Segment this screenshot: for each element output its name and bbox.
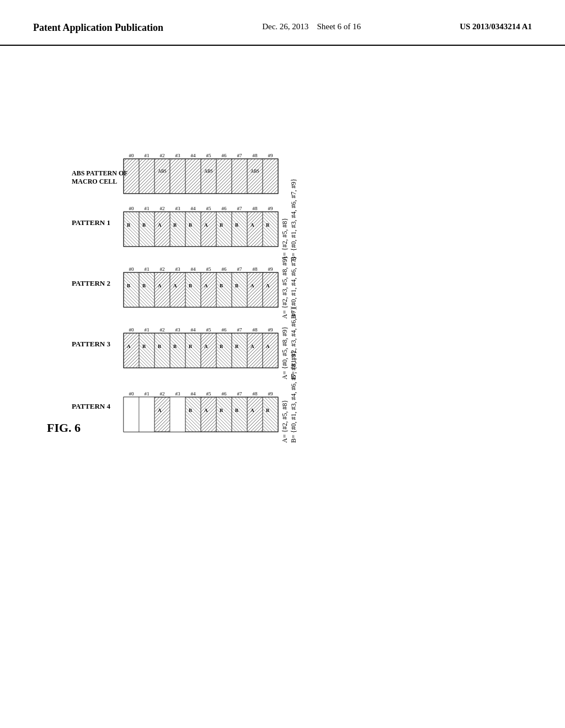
- p1-cells: B B A B B A B B: [124, 212, 278, 247]
- header-center: Dec. 26, 2013 Sheet 6 of 16: [262, 22, 361, 31]
- svg-rect-132: [154, 397, 170, 432]
- svg-text:#8: #8: [253, 153, 258, 158]
- svg-rect-37: [124, 212, 139, 247]
- svg-text:#0: #0: [129, 327, 135, 333]
- svg-text:#5: #5: [206, 266, 212, 272]
- svg-text:B: B: [189, 222, 192, 228]
- abs-label-line1: ABS PATTERN OF: [72, 169, 128, 177]
- svg-text:#7: #7: [237, 266, 243, 272]
- svg-text:#3: #3: [175, 391, 181, 397]
- svg-rect-20: [201, 159, 216, 194]
- svg-text:#8: #8: [253, 391, 258, 397]
- svg-text:B: B: [127, 222, 130, 228]
- svg-text:#5: #5: [206, 327, 212, 333]
- svg-text:#3: #3: [175, 327, 181, 333]
- svg-text:#7: #7: [237, 327, 243, 333]
- svg-text:#0: #0: [129, 153, 135, 158]
- svg-rect-16: [154, 159, 170, 194]
- svg-rect-130: [124, 397, 139, 432]
- svg-rect-84: [247, 272, 263, 307]
- svg-rect-101: [139, 333, 154, 368]
- svg-text:B: B: [189, 408, 192, 413]
- svg-text:#0: #0: [129, 266, 135, 272]
- svg-text:#8: #8: [253, 206, 258, 211]
- svg-rect-19: [185, 159, 201, 194]
- svg-text:#9: #9: [268, 153, 274, 158]
- svg-text:B: B: [235, 283, 238, 288]
- svg-text:#2: #2: [160, 153, 165, 158]
- svg-text:#2: #2: [160, 206, 165, 211]
- svg-rect-18: [170, 159, 185, 194]
- svg-rect-43: [170, 212, 185, 247]
- svg-text:#6: #6: [222, 391, 227, 397]
- svg-text:B: B: [220, 283, 223, 288]
- publication-title: Patent Application Publication: [33, 22, 163, 34]
- svg-rect-39: [139, 212, 154, 247]
- svg-text:ABS: ABS: [204, 169, 213, 174]
- p1-desc-a: A= {#2, #5, #8}: [281, 218, 289, 261]
- svg-rect-143: [247, 397, 263, 432]
- svg-text:#1: #1: [145, 327, 150, 333]
- svg-text:A: A: [204, 283, 208, 288]
- svg-text:#4: #4: [191, 391, 196, 397]
- svg-rect-113: [232, 333, 247, 368]
- pattern3-label: PATTERN 3: [72, 340, 110, 348]
- svg-rect-78: [201, 272, 216, 307]
- svg-rect-103: [154, 333, 170, 368]
- svg-text:#6: #6: [222, 206, 227, 211]
- svg-text:B: B: [266, 408, 269, 413]
- svg-rect-15: [139, 159, 154, 194]
- svg-text:#3: #3: [175, 266, 181, 272]
- pattern2-label: PATTERN 2: [72, 279, 110, 287]
- svg-text:#4: #4: [191, 206, 196, 211]
- svg-rect-131: [139, 397, 154, 432]
- svg-rect-70: [139, 272, 154, 307]
- svg-rect-49: [216, 212, 232, 247]
- svg-rect-53: [247, 212, 263, 247]
- svg-text:ABS: ABS: [250, 169, 259, 174]
- svg-rect-76: [185, 272, 201, 307]
- p3-col-headers: #0 #1 #2 #3 #4 #5 #6 #7 #8 #9: [129, 327, 274, 333]
- svg-rect-145: [263, 397, 278, 432]
- abs-label-line2: MACRO CELL: [72, 178, 117, 185]
- svg-text:A: A: [204, 344, 208, 349]
- svg-text:A: A: [250, 283, 254, 288]
- svg-text:#5: #5: [206, 391, 212, 397]
- svg-text:#0: #0: [129, 391, 135, 397]
- svg-rect-135: [185, 397, 201, 432]
- svg-text:#9: #9: [268, 266, 274, 272]
- svg-text:B: B: [235, 344, 238, 349]
- svg-rect-82: [232, 272, 247, 307]
- svg-rect-74: [170, 272, 185, 307]
- p4-col-headers: #0 #1 #2 #3 #4 #5 #6 #7 #8 #9: [129, 391, 274, 397]
- svg-text:A: A: [250, 344, 254, 349]
- p2-col-headers: #0 #1 #2 #3 #4 #5 #6 #7 #8 #9: [129, 266, 274, 272]
- svg-text:B: B: [127, 283, 130, 288]
- page-header: Patent Application Publication Dec. 26, …: [0, 0, 565, 46]
- svg-text:#0: #0: [129, 206, 135, 211]
- svg-rect-23: [232, 159, 247, 194]
- svg-text:#7: #7: [237, 391, 243, 397]
- pub-date: Dec. 26, 2013: [262, 22, 308, 31]
- svg-text:A: A: [204, 408, 208, 413]
- svg-rect-134: [170, 397, 185, 432]
- main-svg: FIG. 6 ABS PATTERN OF MACRO CELL #0 #1 #…: [0, 57, 565, 728]
- svg-text:#1: #1: [145, 206, 150, 211]
- svg-rect-137: [201, 397, 216, 432]
- sheet-info: Sheet 6 of 16: [317, 22, 361, 31]
- svg-text:B: B: [266, 222, 269, 228]
- svg-text:#7: #7: [237, 206, 243, 211]
- svg-rect-26: [263, 159, 278, 194]
- svg-text:#3: #3: [175, 153, 181, 158]
- p4-desc-a: A= {#2, #5, #8}: [281, 400, 289, 443]
- svg-text:#2: #2: [160, 266, 165, 272]
- svg-text:B: B: [142, 283, 146, 288]
- abs-col-headers: #0 #1 #2 #3 #4 #5 #6 #7 #8 #9: [129, 153, 274, 158]
- svg-text:A: A: [127, 344, 131, 349]
- svg-text:#6: #6: [222, 266, 227, 272]
- svg-rect-86: [263, 272, 278, 307]
- svg-text:#1: #1: [145, 266, 150, 272]
- svg-text:A: A: [250, 408, 254, 413]
- svg-text:#1: #1: [145, 391, 150, 397]
- svg-text:B: B: [142, 344, 146, 349]
